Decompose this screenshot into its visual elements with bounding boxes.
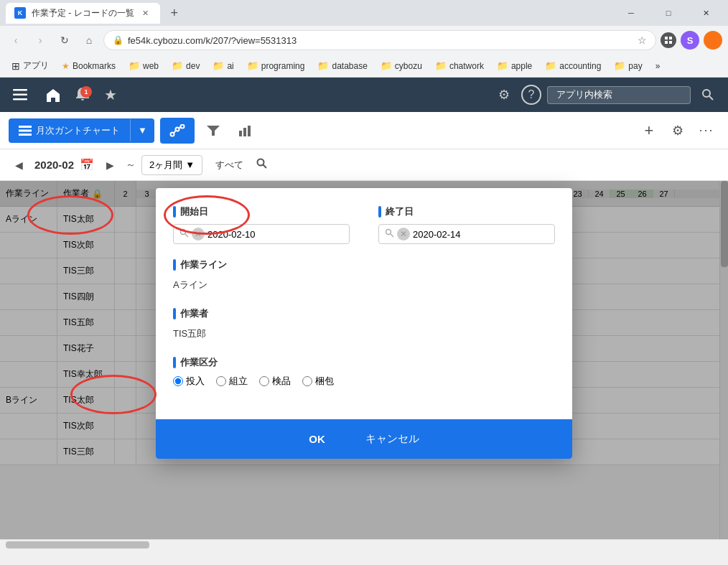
task-option-tounyu[interactable]: 投入: [173, 375, 205, 388]
task-radio-kumitate[interactable]: [216, 376, 226, 386]
orange-badge[interactable]: [704, 31, 722, 50]
end-date-input[interactable]: [413, 229, 549, 240]
extension-icon[interactable]: [661, 32, 676, 48]
search-icon[interactable]: [256, 158, 268, 172]
view-main-btn[interactable]: 月次ガントチャート: [9, 118, 130, 143]
label-bar: [173, 308, 176, 319]
app-search-submit-icon[interactable]: [696, 83, 719, 106]
app-search-input[interactable]: [547, 86, 691, 104]
dialog-body: 開始日 ✕ 終了日: [156, 188, 572, 419]
bookmarks-pay[interactable]: 📁 pay: [608, 58, 648, 73]
current-date-label: 2020-02: [34, 159, 74, 171]
svg-point-23: [181, 230, 186, 235]
worker-value: TIS五郎: [173, 326, 555, 342]
start-date-clear-btn[interactable]: ✕: [192, 228, 205, 241]
bookmarks-apps-label: アプリ: [23, 60, 49, 72]
all-filter-btn[interactable]: すべて: [208, 156, 251, 174]
close-button[interactable]: ✕: [689, 0, 722, 26]
end-date-search-icon: [385, 228, 394, 240]
bookmarks-ai[interactable]: 📁 ai: [207, 58, 239, 73]
hamburger-menu-icon[interactable]: [9, 83, 32, 106]
toolbar-right: + ⚙ ···: [636, 118, 719, 144]
task-radio-konpo[interactable]: [302, 376, 312, 386]
new-tab-button[interactable]: +: [163, 1, 186, 24]
svg-line-24: [185, 234, 188, 237]
ok-button[interactable]: OK: [297, 430, 337, 448]
svg-line-16: [179, 127, 181, 129]
svg-rect-9: [19, 126, 32, 128]
start-date-input-row[interactable]: ✕: [173, 224, 350, 244]
app-gear-icon[interactable]: ⚙: [493, 83, 515, 106]
worker-section: 作業者 TIS五郎: [173, 307, 555, 342]
more-options-btn[interactable]: ···: [694, 118, 719, 144]
address-bar[interactable]: 🔒 fe54k.cybozu.com/k/207/?view=5531313 ☆: [103, 30, 656, 50]
task-option-kenshin[interactable]: 検品: [259, 375, 291, 388]
task-radio-kenshin[interactable]: [259, 376, 269, 386]
bookmarks-database[interactable]: 📁 database: [312, 58, 373, 73]
filter-btn[interactable]: [200, 118, 226, 144]
home-button[interactable]: ⌂: [79, 30, 99, 50]
label-bar: [173, 206, 176, 218]
dialog-footer: OK キャンセル: [156, 419, 572, 459]
bookmark-star-icon[interactable]: ☆: [638, 34, 647, 46]
active-tab[interactable]: K 作業予定 - レコードの一覧 ✕: [6, 3, 160, 24]
profile-icon[interactable]: S: [681, 31, 699, 50]
maximize-button[interactable]: □: [652, 0, 685, 26]
tab-close-button[interactable]: ✕: [140, 7, 151, 19]
bookmarks-accounting[interactable]: 📁 accounting: [539, 58, 607, 73]
bookmarks-dev-label: dev: [186, 61, 200, 71]
view-selector[interactable]: 月次ガントチャート ▼: [9, 118, 154, 143]
window-controls: ─ □ ✕: [615, 0, 722, 26]
period-selector[interactable]: 2ヶ月間 ▼: [141, 155, 202, 175]
cancel-button[interactable]: キャンセル: [354, 429, 431, 449]
bell-badge: 1: [80, 86, 92, 98]
back-button[interactable]: ‹: [6, 30, 26, 50]
task-option-kumitate[interactable]: 組立: [216, 375, 248, 388]
minimize-button[interactable]: ─: [615, 0, 648, 26]
bookmarks-dev[interactable]: 📁 dev: [166, 58, 205, 73]
bookmarks-programing-label: programing: [261, 61, 305, 71]
browser-titlebar: K 作業予定 - レコードの一覧 ✕ + ─ □ ✕: [0, 0, 728, 26]
folder-programing-icon: 📁: [247, 60, 258, 71]
next-date-btn[interactable]: ▶: [100, 155, 120, 175]
task-option-konpo[interactable]: 梱包: [302, 375, 334, 388]
start-date-input[interactable]: [207, 229, 343, 240]
graph-view-btn[interactable]: [160, 118, 195, 144]
folder-apple-icon: 📁: [497, 60, 508, 71]
horizontal-scrollbar[interactable]: [0, 539, 728, 549]
label-bar: [173, 357, 176, 368]
app-help-icon[interactable]: ?: [521, 85, 541, 105]
add-record-btn[interactable]: +: [636, 118, 662, 144]
bookmarks-apps[interactable]: ⊞ アプリ: [6, 57, 55, 74]
app-search-area: ⚙ ?: [493, 83, 719, 106]
folder-accounting-icon: 📁: [545, 60, 556, 71]
refresh-button[interactable]: ↻: [55, 30, 75, 50]
bookmarks-apple[interactable]: 📁 apple: [491, 58, 538, 73]
bookmarks-accounting-label: accounting: [559, 61, 601, 71]
calendar-icon[interactable]: 📅: [80, 158, 94, 172]
forward-button[interactable]: ›: [30, 30, 50, 50]
chart-btn[interactable]: [232, 118, 258, 144]
prev-date-btn[interactable]: ◀: [9, 155, 29, 175]
bookmarks-more[interactable]: »: [650, 59, 666, 73]
bookmarks-web[interactable]: 📁 web: [123, 58, 164, 73]
settings-btn[interactable]: ⚙: [665, 118, 691, 144]
bookmarks-cybozu[interactable]: 📁 cybozu: [375, 58, 428, 73]
bookmarks-star[interactable]: ★ Bookmarks: [56, 59, 121, 73]
end-date-input-row[interactable]: ✕: [378, 224, 555, 244]
view-dropdown-btn[interactable]: ▼: [130, 119, 154, 141]
h-scrollbar-thumb[interactable]: [6, 541, 149, 548]
worker-label: 作業者: [173, 307, 555, 320]
app-home-icon[interactable]: [40, 82, 66, 108]
svg-rect-1: [669, 37, 672, 39]
bookmarks-programing[interactable]: 📁 programing: [241, 58, 311, 73]
folder-dev-icon: 📁: [172, 60, 183, 71]
bookmarks-chatwork[interactable]: 📁 chatwork: [429, 58, 490, 73]
end-date-clear-btn[interactable]: ✕: [397, 228, 410, 241]
svg-rect-20: [248, 126, 251, 136]
svg-rect-11: [19, 134, 32, 136]
app-bell-icon[interactable]: 1: [75, 86, 90, 104]
date-nav-row: ◀ 2020-02 📅 ▶ ～ 2ヶ月間 ▼ すべて: [0, 149, 728, 181]
app-star-icon[interactable]: ★: [99, 83, 122, 106]
task-radio-tounyu[interactable]: [173, 376, 183, 386]
